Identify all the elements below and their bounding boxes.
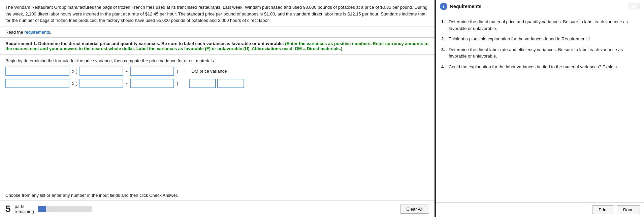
progress-bar-fill	[38, 206, 46, 212]
formula-row1-col3[interactable]	[130, 67, 174, 76]
req-item-2: 2. Think of a plausible explanation for …	[441, 36, 639, 42]
requirement1-main: Determine the direct material price and …	[37, 41, 284, 46]
dm-price-variance-label: DM price variance	[192, 69, 227, 74]
clear-all-button[interactable]: Clear All	[400, 205, 429, 214]
formula-area: Begin by determining the formula for the…	[0, 55, 434, 190]
parts-label: parts remaining	[15, 204, 34, 214]
requirement1-section: Requirement 1. Determine the direct mate…	[0, 38, 434, 55]
requirements-panel: i Requirements — 1. Determine the direct…	[435, 0, 644, 217]
footer-left: 5 parts remaining	[5, 204, 92, 214]
requirement1-bold: Requirement 1.	[5, 41, 37, 46]
requirements-list: 1. Determine the direct material price a…	[441, 19, 639, 70]
bottom-bar: Choose from any list or enter any number…	[0, 190, 434, 201]
req-footer: Print Done	[436, 202, 644, 217]
req-panel-title: Requirements	[450, 4, 481, 9]
formula-instruction: Begin by determining the formula for the…	[5, 58, 429, 63]
progress-bar	[38, 206, 92, 212]
done-button[interactable]: Done	[617, 205, 640, 214]
req-header: i Requirements —	[436, 0, 644, 13]
info-icon: i	[440, 3, 447, 10]
formula-row2-variance-type[interactable]	[217, 79, 244, 88]
req-content: 1. Determine the direct material price a…	[436, 13, 644, 202]
problem-text: The Windam Restaurant Group manufactures…	[0, 0, 434, 27]
req-item-3: 3. Determine the direct labor rate and e…	[441, 46, 639, 60]
minimize-button[interactable]: —	[628, 3, 640, 10]
req-item-4: 4. Could the explanation for the labor v…	[441, 64, 639, 70]
formula-row1-col2[interactable]	[79, 67, 123, 76]
req-item-1: 1. Determine the direct material price a…	[441, 19, 639, 32]
print-button[interactable]: Print	[592, 205, 614, 214]
requirements-link[interactable]: requirements	[24, 30, 50, 35]
formula-row2-col1[interactable]	[5, 79, 69, 88]
choose-text: Choose from any list or enter any number…	[5, 193, 178, 198]
formula-row2-col2[interactable]	[79, 79, 123, 88]
formula-row-1: x ( - ) = DM price variance	[5, 67, 429, 76]
footer-center: Clear All	[400, 205, 429, 214]
parts-number: 5	[5, 204, 11, 214]
formula-row2-result[interactable]	[189, 79, 216, 88]
formula-row1-col1[interactable]	[5, 67, 69, 76]
formula-row-2: x ( - ) =	[5, 79, 429, 88]
read-requirements: Read the requirements.	[0, 27, 434, 38]
footer: 5 parts remaining Clear All	[0, 201, 434, 217]
formula-row2-col3[interactable]	[130, 79, 174, 88]
